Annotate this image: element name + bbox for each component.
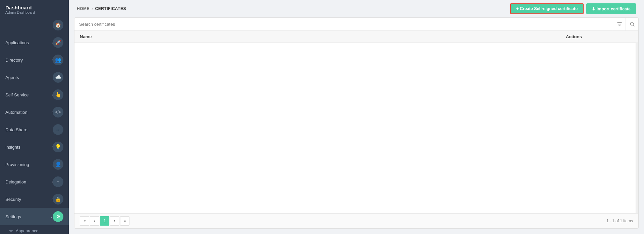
brand: Dashboard Admin Dashboard [0,0,69,16]
settings-icon: ⚙ [53,211,63,222]
pagination-page-1-button[interactable]: 1 [100,216,109,226]
sidebar-item-security[interactable]: Security ‹ 🔒 [0,190,69,208]
sidebar-label-applications: Applications [5,40,52,45]
breadcrumb: HOME › CERTIFICATES [77,6,126,11]
self-service-icon: 👆 [53,89,63,100]
home-icon: 🏠 [53,20,63,30]
sidebar-item-settings[interactable]: Settings ∨ ⚙ [0,208,69,225]
appearance-icon: ✏ [9,228,13,233]
pagination: « ‹ 1 › » 1 - 1 of 1 items [74,213,638,228]
automation-icon: </> [53,107,63,118]
table-header: Name Actions [74,31,638,43]
breadcrumb-home[interactable]: HOME [77,6,90,11]
agents-icon: ☁️ [53,72,63,83]
pagination-buttons: « ‹ 1 › » [80,216,129,226]
sidebar-label-data-share: Data Share [5,127,53,132]
security-icon: 🔒 [53,194,63,205]
topbar-actions: + Create Self-signed certificate ⬇ Impor… [510,3,636,14]
sidebar-item-self-service[interactable]: Self Service ‹ 👆 [0,86,69,103]
pagination-first-button[interactable]: « [80,216,89,226]
sidebar-item-delegation[interactable]: Delegation ‹ ↑ [0,173,69,190]
pagination-prev-button[interactable]: ‹ [90,216,99,226]
sidebar-label-self-service: Self Service [5,92,52,97]
import-certificate-button[interactable]: ⬇ Import certificate [586,3,636,14]
sidebar-item-insights[interactable]: Insights ‹ 💡 [0,138,69,156]
sidebar-label-delegation: Delegation [5,179,52,184]
applications-icon: 🚀 [53,37,63,48]
breadcrumb-separator: › [92,6,93,11]
breadcrumb-current: CERTIFICATES [95,6,126,11]
sidebar-item-directory[interactable]: Directory ‹ 👥 [0,51,69,69]
data-share-icon: ↔ [53,124,63,135]
sidebar-label-agents: Agents [5,75,53,80]
brand-title: Dashboard [5,5,63,10]
pagination-last-button[interactable]: » [120,216,129,226]
sidebar-subitem-appearance[interactable]: ✏ Appearance [0,225,69,234]
svg-line-1 [633,25,634,26]
sidebar-item-home[interactable]: 🏠 [0,16,69,34]
create-certificate-button[interactable]: + Create Self-signed certificate [510,3,584,14]
search-bar [74,18,638,31]
certificates-table-container: Name Actions « ‹ 1 › » 1 - 1 of 1 items [74,17,639,229]
sidebar-label-security: Security [5,197,52,202]
sidebar-label-provisioning: Provisioning [5,162,52,167]
chevron-down-icon: ∨ [50,215,53,219]
sidebar-label-directory: Directory [5,58,52,63]
insights-icon: 💡 [53,142,63,152]
sidebar-item-data-share[interactable]: Data Share ↔ [0,121,69,138]
sidebar-item-provisioning[interactable]: Provisioning ‹ 👤 [0,156,69,173]
search-icon[interactable] [626,18,638,30]
search-input[interactable] [74,18,613,30]
pagination-info: 1 - 1 of 1 items [606,219,633,223]
column-actions: Actions [566,34,633,39]
directory-icon: 👥 [53,55,63,65]
sidebar: Dashboard Admin Dashboard 🏠 Applications… [0,0,69,234]
topbar: HOME › CERTIFICATES + Create Self-signed… [69,0,644,17]
sidebar-item-automation[interactable]: Automation ‹ </> [0,103,69,121]
provisioning-icon: 👤 [53,159,63,170]
sidebar-item-applications[interactable]: Applications ‹ 🚀 [0,34,69,51]
pagination-next-button[interactable]: › [110,216,119,226]
column-name: Name [80,34,566,39]
sidebar-label-settings: Settings [5,214,50,219]
table-body [74,43,638,213]
scroll-bar[interactable] [636,43,638,213]
sidebar-item-agents[interactable]: Agents ☁️ [0,69,69,86]
delegation-icon: ↑ [53,176,63,187]
sidebar-subitem-appearance-label: Appearance [16,229,38,233]
main-content: HOME › CERTIFICATES + Create Self-signed… [69,0,644,234]
filter-icon[interactable] [613,18,626,30]
sidebar-label-insights: Insights [5,145,52,150]
brand-subtitle: Admin Dashboard [5,10,63,14]
sidebar-label-automation: Automation [5,110,52,115]
